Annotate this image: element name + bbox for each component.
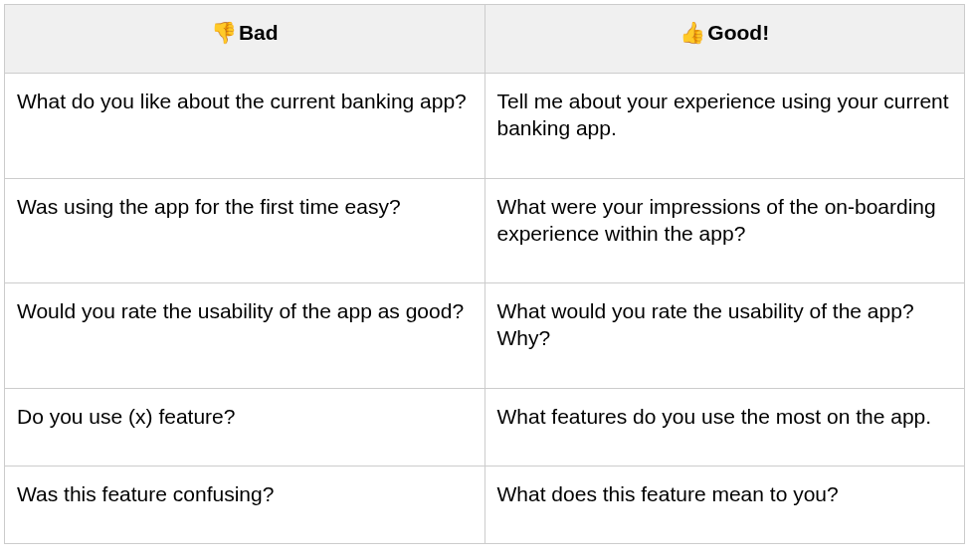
- cell-bad: Was using the app for the first time eas…: [5, 178, 485, 283]
- cell-good: What does this feature mean to you?: [484, 467, 965, 544]
- cell-good: What would you rate the usability of the…: [484, 283, 965, 389]
- thumbs-up-icon: 👍: [679, 21, 705, 44]
- cell-good: What were your impressions of the on-boa…: [484, 178, 965, 283]
- cell-bad: What do you like about the current banki…: [5, 74, 485, 179]
- cell-bad: Do you use (x) feature?: [5, 388, 485, 466]
- comparison-table: 👎Bad 👍Good! What do you like about the c…: [4, 4, 965, 544]
- header-good-label: Good!: [707, 21, 769, 44]
- cell-bad: Would you rate the usability of the app …: [5, 283, 485, 389]
- table-row: Was using the app for the first time eas…: [5, 178, 965, 283]
- cell-good: What features do you use the most on the…: [484, 388, 965, 466]
- cell-bad: Was this feature confusing?: [5, 467, 485, 544]
- table-row: Do you use (x) feature? What features do…: [5, 388, 965, 466]
- table-row: Would you rate the usability of the app …: [5, 283, 965, 389]
- header-good: 👍Good!: [484, 5, 965, 74]
- header-bad: 👎Bad: [5, 5, 485, 74]
- header-bad-label: Bad: [239, 21, 279, 44]
- table-row: What do you like about the current banki…: [5, 74, 965, 179]
- table-row: Was this feature confusing? What does th…: [5, 467, 965, 544]
- table-header-row: 👎Bad 👍Good!: [5, 5, 965, 74]
- cell-good: Tell me about your experience using your…: [484, 74, 965, 179]
- thumbs-down-icon: 👎: [211, 21, 237, 44]
